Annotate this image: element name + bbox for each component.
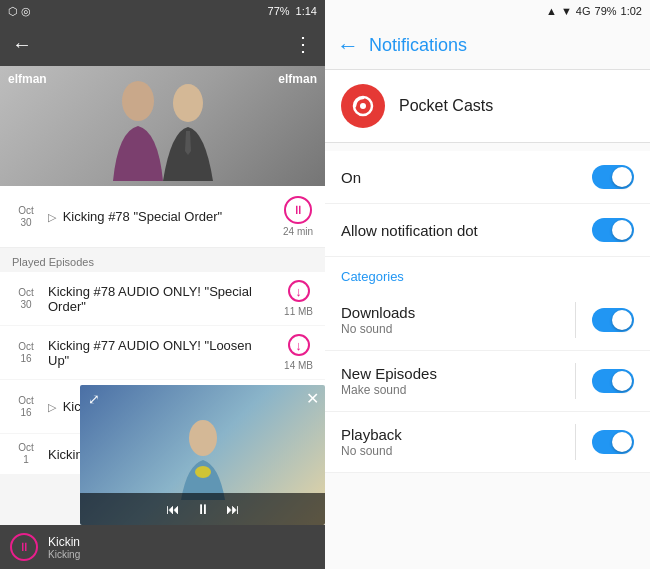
- toggle-playback[interactable]: [592, 430, 634, 454]
- episode-item: Oct 30 Kicking #78 AUDIO ONLY! "Special …: [0, 272, 325, 325]
- video-overlay: ✕ ⏮ ⏸ ⏭ ⤢: [80, 385, 325, 525]
- category-new-episodes-name: New Episodes: [341, 365, 575, 382]
- toggle-notif-dot-knob: [612, 220, 632, 240]
- battery-left: 77%: [268, 5, 290, 17]
- status-bar-right: ▲ ▼ 4G 79% 1:02: [325, 0, 650, 22]
- category-divider-2: [575, 424, 576, 460]
- status-bar-left: ⬡ ◎ 77% 1:14: [0, 0, 325, 22]
- video-close-button[interactable]: ✕: [306, 389, 319, 408]
- toggle-downloads-knob: [612, 310, 632, 330]
- categories-header: Categories: [325, 257, 650, 290]
- setting-on-row: On: [325, 151, 650, 204]
- time-right: 1:02: [621, 5, 642, 17]
- category-playback-sub: No sound: [341, 444, 575, 458]
- category-playback-row: Playback No sound: [325, 412, 650, 473]
- category-downloads-name: Downloads: [341, 304, 575, 321]
- category-playback-name: Playback: [341, 426, 575, 443]
- battery-time-left: 77% 1:14: [268, 5, 317, 17]
- pocket-casts-icon-svg: [347, 90, 379, 122]
- app-info-row: Pocket Casts: [325, 70, 650, 143]
- ep-title-0: Kicking #78 AUDIO ONLY! "Special Order": [48, 284, 276, 314]
- signal-icon-right: ▲: [546, 5, 557, 17]
- battery-right: 79%: [595, 5, 617, 17]
- bottom-title: Kickin: [48, 535, 315, 549]
- toggle-notif-dot[interactable]: [592, 218, 634, 242]
- current-ep-title: Kicking #78 "Special Order": [63, 209, 223, 224]
- right-panel: ▲ ▼ 4G 79% 1:02 ← Notifications Pocket C…: [325, 0, 650, 569]
- current-ep-date: Oct 30: [12, 205, 40, 229]
- svg-point-0: [122, 81, 154, 121]
- ep-action-0[interactable]: ↓ 11 MB: [284, 280, 313, 317]
- bluetooth-icon: ⬡: [8, 5, 18, 18]
- ep-action-1[interactable]: ↓ 14 MB: [284, 334, 313, 371]
- toggle-new-episodes-knob: [612, 371, 632, 391]
- category-divider-1: [575, 363, 576, 399]
- played-section-header: Played Episodes: [0, 248, 325, 272]
- hero-label-right: elfman: [278, 72, 317, 86]
- bottom-playback-bar: ⏸ Kickin Kicking: [0, 525, 325, 569]
- setting-notif-dot-row: Allow notification dot: [325, 204, 650, 257]
- svg-point-1: [173, 84, 203, 122]
- hero-label-left: elfman: [8, 72, 47, 86]
- current-ep-action[interactable]: ⏸ 24 min: [283, 196, 313, 237]
- wifi-icon-right: ▼: [561, 5, 572, 17]
- status-icons-left: ⬡ ◎: [8, 5, 31, 18]
- next-button[interactable]: ⏭: [226, 501, 240, 517]
- current-episode-row: Oct 30 ▷ Kicking #78 "Special Order" ⏸ 2…: [0, 186, 325, 248]
- pause-button[interactable]: ⏸: [284, 196, 312, 224]
- prev-button[interactable]: ⏮: [166, 501, 180, 517]
- video-icon-current: ▷: [48, 211, 56, 223]
- back-button-left[interactable]: ←: [12, 33, 32, 56]
- video-controls[interactable]: ⏮ ⏸ ⏭: [80, 493, 325, 525]
- download-button-0[interactable]: ↓: [288, 280, 310, 302]
- podcast-hero: elfman elfman: [0, 66, 325, 186]
- video-pause-button[interactable]: ⏸: [196, 501, 210, 517]
- toggle-downloads[interactable]: [592, 308, 634, 332]
- hero-people-svg: [83, 71, 243, 181]
- expand-icon[interactable]: ⤢: [88, 391, 100, 407]
- bottom-subtitle: Kicking: [48, 549, 315, 560]
- toggle-playback-knob: [612, 432, 632, 452]
- download-button-1[interactable]: ↓: [288, 334, 310, 356]
- setting-on-label: On: [341, 169, 592, 186]
- categories-section: Categories Downloads No sound New Episod…: [325, 257, 650, 473]
- toggle-on[interactable]: [592, 165, 634, 189]
- category-new-episodes-row: New Episodes Make sound: [325, 351, 650, 412]
- setting-notif-dot-label: Allow notification dot: [341, 222, 592, 239]
- toggle-new-episodes[interactable]: [592, 369, 634, 393]
- current-ep-duration: 24 min: [283, 226, 313, 237]
- ep-date-0: Oct 30: [12, 287, 40, 311]
- app-icon: [341, 84, 385, 128]
- ep-date-3: Oct 1: [12, 442, 40, 466]
- ep-date-2: Oct 16: [12, 395, 40, 419]
- svg-point-3: [195, 466, 211, 478]
- ep-title-1: Kicking #77 AUDIO ONLY! "Loosen Up": [48, 338, 276, 368]
- ep-title-text-0: Kicking #78 AUDIO ONLY! "Special Order": [48, 284, 252, 314]
- notifications-title: Notifications: [369, 35, 467, 56]
- more-button[interactable]: ⋮: [293, 32, 313, 56]
- notifications-top-bar: ← Notifications: [325, 22, 650, 70]
- current-ep-info: ▷ Kicking #78 "Special Order": [48, 209, 275, 224]
- bottom-episode-info: Kickin Kicking: [48, 535, 315, 560]
- category-new-episodes-info: New Episodes Make sound: [341, 365, 575, 397]
- svg-point-2: [189, 420, 217, 456]
- category-new-episodes-sub: Make sound: [341, 383, 575, 397]
- category-playback-info: Playback No sound: [341, 426, 575, 458]
- category-downloads-info: Downloads No sound: [341, 304, 575, 336]
- ep-date-1: Oct 16: [12, 341, 40, 365]
- ep-size-0: 11 MB: [284, 306, 313, 317]
- back-button-right[interactable]: ←: [337, 33, 359, 59]
- settings-section: On Allow notification dot: [325, 151, 650, 257]
- data-icon-right: 4G: [576, 5, 591, 17]
- ep-size-1: 14 MB: [284, 360, 313, 371]
- left-top-bar: ← ⋮: [0, 22, 325, 66]
- video-person-svg: [143, 410, 263, 500]
- category-downloads-sub: No sound: [341, 322, 575, 336]
- episode-item: Oct 16 Kicking #77 AUDIO ONLY! "Loosen U…: [0, 326, 325, 379]
- left-panel: ⬡ ◎ 77% 1:14 ← ⋮ elfman: [0, 0, 325, 569]
- signal-icon: ◎: [21, 5, 31, 18]
- toggle-on-knob: [612, 167, 632, 187]
- hero-image: [0, 66, 325, 186]
- bottom-pause-button[interactable]: ⏸: [10, 533, 38, 561]
- category-downloads-row: Downloads No sound: [325, 290, 650, 351]
